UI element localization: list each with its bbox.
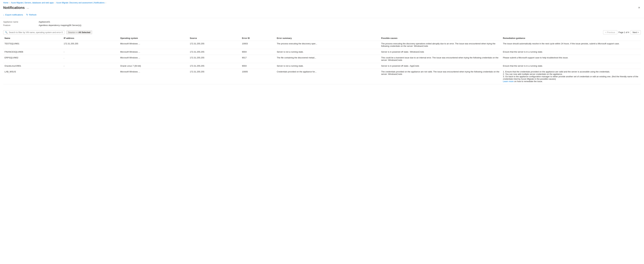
cell-os: Microsoft Windows ... [119, 69, 188, 84]
col-header-os: Operating system [119, 36, 188, 41]
feature-value: Agentless dependency mapping(66 Server(s… [39, 24, 81, 27]
meta-section: Appliance name Appliance01 Feature Agent… [0, 18, 644, 29]
cell-remediation: The issue should automatically resolve i… [502, 41, 641, 49]
cell-remediation: 1. Ensure that the credentials provided … [502, 69, 641, 84]
cell-summary: Server is not a running state. [276, 49, 380, 55]
notifications-table: Name IP address Operating system Source … [3, 36, 641, 84]
cell-errorid: 9004 [241, 63, 276, 69]
col-header-remediation: Remediation guidance [502, 36, 641, 41]
cell-ip: - [62, 49, 119, 55]
refresh-button[interactable]: ↻ Refresh [26, 13, 36, 17]
cell-causes: The credentials provided on the applianc… [380, 69, 502, 84]
next-button[interactable]: Next > [630, 30, 641, 34]
cell-name: ERPSQLVM02 [3, 55, 62, 63]
breadcrumb-home[interactable]: Home [3, 2, 8, 4]
toolbar: ↓ Export notifications ↻ Refresh [0, 12, 644, 18]
page-menu-button[interactable]: ... [26, 6, 29, 9]
close-button[interactable]: ✕ [638, 6, 641, 10]
filter-tag-key: Source == [68, 31, 78, 34]
cell-remediation: Ensure that the server is in a running s… [502, 63, 641, 69]
appliance-value: Appliance01 [39, 21, 50, 23]
table-row: FINANCESQLVM06-Microsoft Windows ...172.… [3, 49, 641, 55]
cell-name: FINANCESQLVM06 [3, 49, 62, 55]
col-header-name: Name [3, 36, 62, 41]
cell-source: 172.31.255.255 [188, 69, 241, 84]
appliance-label: Appliance name [3, 21, 39, 23]
page-title: Notifications [3, 6, 25, 10]
col-header-causes: Possible causes [380, 36, 502, 41]
table-container: Name IP address Operating system Source … [0, 36, 644, 84]
cell-name: LAB_WSUS [3, 69, 62, 84]
col-header-ip: IP address [62, 36, 119, 41]
table-header: Name IP address Operating system Source … [3, 36, 641, 41]
cell-remediation: Ensure that the server is in a running s… [502, 49, 641, 55]
pagination: < Previous Page 1 of 4 Next > [603, 30, 641, 34]
cell-source: 172.31.255.255 [188, 55, 241, 63]
cell-ip: . [62, 55, 119, 63]
previous-button[interactable]: < Previous [603, 30, 617, 34]
table-row: OracleLinuxVM01-Oracle Linux 7 (64-bit)1… [3, 63, 641, 69]
table-row: ERPSQLVM02.Microsoft Windows ...172.31.2… [3, 55, 641, 63]
cell-name: OracleLinuxVM01 [3, 63, 62, 69]
breadcrumb-sep-2: › [55, 2, 56, 4]
cell-ip: - [62, 63, 119, 69]
col-header-source: Source [188, 36, 241, 41]
filter-row: 🔍 Source == All Selected < Previous Page… [0, 29, 644, 36]
export-label: Export notifications [5, 14, 23, 16]
cell-errorid: 10003 [241, 41, 276, 49]
breadcrumb-sep-1: › [9, 2, 10, 4]
cell-name: TESTSQLVM01 [3, 41, 62, 49]
cell-summary: The file containing the discovered metad… [276, 55, 380, 63]
cell-errorid: 10005 [241, 69, 276, 84]
cell-source: 172.31.255.255 [188, 49, 241, 55]
export-icon: ↓ [3, 13, 4, 16]
cell-ip: 172.31.255.255 [62, 41, 119, 49]
table-row: TESTSQLVM01172.31.255.255Microsoft Windo… [3, 41, 641, 49]
cell-os: Microsoft Windows ... [119, 49, 188, 55]
cell-causes: Server is in powered off state.: AppCred… [380, 63, 502, 69]
appliance-row: Appliance name Appliance01 [3, 21, 641, 23]
export-button[interactable]: ↓ Export notifications [3, 13, 23, 17]
breadcrumb-servers[interactable]: Azure Migrate | Servers, databases and w… [11, 2, 54, 4]
search-input[interactable] [9, 31, 63, 34]
breadcrumb-sep-3: › [106, 2, 106, 4]
table-body: TESTSQLVM01172.31.255.255Microsoft Windo… [3, 41, 641, 84]
cell-summary: Server is not a running state. [276, 63, 380, 69]
cell-causes: This could be a transient issue due to a… [380, 55, 502, 63]
feature-row: Feature Agentless dependency mapping(66 … [3, 24, 641, 27]
feature-label: Feature [3, 24, 39, 27]
cell-causes: Server is in powered off state.: Windows… [380, 49, 502, 55]
cell-errorid: 9017 [241, 55, 276, 63]
page-header: Notifications ... ✕ [0, 5, 644, 12]
breadcrumb: Home › Azure Migrate | Servers, database… [0, 0, 644, 5]
cell-remediation: Please submit a Microsoft support case t… [502, 55, 641, 63]
breadcrumb-notifications[interactable]: Azure Migrate: Discovery and assessment … [56, 2, 104, 4]
learn-more-link[interactable]: Learn more [503, 80, 514, 83]
table-row: LAB_WSUSMicrosoft Windows ...172.31.255.… [3, 69, 641, 84]
cell-os: Oracle Linux 7 (64-bit) [119, 63, 188, 69]
col-header-summary: Error summary [276, 36, 380, 41]
cell-errorid: 9004 [241, 49, 276, 55]
cell-causes: The process executing the discovery oper… [380, 41, 502, 49]
filter-tag[interactable]: Source == All Selected [66, 31, 92, 34]
page-info: Page 1 of 4 [618, 31, 629, 34]
col-header-errorid: Error ID [241, 36, 276, 41]
cell-os: Microsoft Windows ... [119, 41, 188, 49]
refresh-icon: ↻ [26, 13, 28, 16]
search-icon: 🔍 [5, 31, 8, 34]
filter-tag-value: All Selected [78, 31, 90, 34]
cell-ip [62, 69, 119, 84]
cell-summary: Credentials provided on the appliance fo… [276, 69, 380, 84]
cell-source: 172.31.255.255 [188, 63, 241, 69]
refresh-label: Refresh [29, 14, 36, 16]
cell-summary: The process executing the discovery oper… [276, 41, 380, 49]
cell-source: 172.31.255.255 [188, 41, 241, 49]
cell-os: Microsoft Windows ... [119, 55, 188, 63]
search-box[interactable]: 🔍 [3, 30, 64, 34]
